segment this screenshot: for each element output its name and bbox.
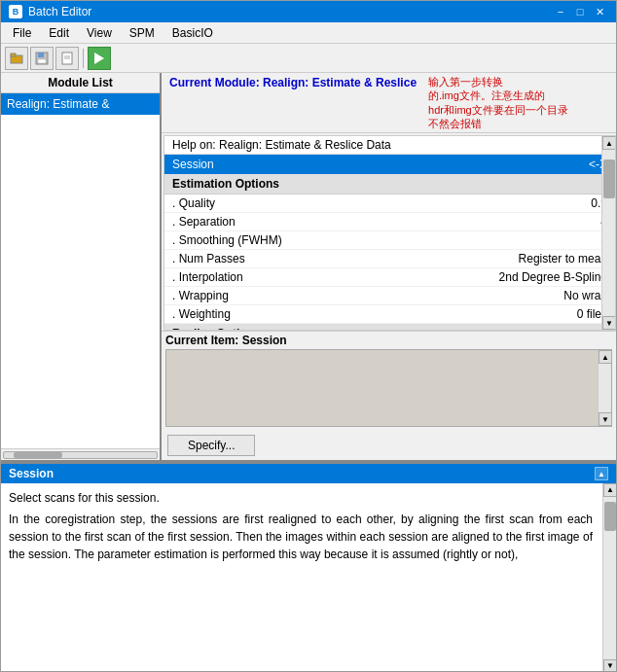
bottom-scroll-up-button[interactable]: ▲ — [595, 467, 608, 480]
bottom-scrollbar[interactable]: ▲ ▼ — [602, 483, 616, 672]
module-list-panel: Module List Realign: Estimate & — [1, 73, 162, 460]
annotation-line3: hdr和img文件要在同一个目录 — [428, 103, 612, 117]
tree-row-interpolation-est[interactable]: . Interpolation 2nd Degree B-Spline — [164, 268, 615, 287]
toolbar-new-button[interactable] — [55, 47, 79, 70]
scroll-up-button[interactable]: ▲ — [602, 136, 616, 150]
bottom-header: Session ▲ — [1, 464, 616, 483]
minimize-button[interactable]: − — [552, 4, 569, 19]
module-list-header: Module List — [1, 73, 160, 93]
window-title: Batch Editor — [28, 5, 91, 18]
save-icon — [35, 52, 49, 65]
top-section: Module List Realign: Estimate & Current … — [1, 73, 616, 462]
row-label-interpolation-est: . Interpolation — [172, 270, 243, 284]
bottom-vscroll-up[interactable]: ▲ — [603, 483, 616, 497]
estimation-section-header: Estimation Options — [164, 174, 615, 195]
bottom-vscroll-down[interactable]: ▼ — [603, 659, 616, 672]
bottom-header-title: Session — [9, 467, 54, 480]
module-header-row: Current Module: Realign: Estimate & Resl… — [162, 73, 616, 133]
module-list-item[interactable]: Realign: Estimate & — [1, 93, 160, 115]
svg-rect-1 — [11, 53, 16, 56]
svg-rect-4 — [38, 59, 46, 63]
new-icon — [60, 52, 74, 65]
annotation-line2: 的.img文件。注意生成的 — [428, 88, 612, 102]
maximize-button[interactable]: □ — [571, 4, 589, 19]
bottom-section: Session ▲ Select scans for this session.… — [1, 462, 616, 672]
scroll-down-button[interactable]: ▼ — [602, 316, 616, 330]
selected-item-label: Session — [172, 158, 214, 171]
scroll-thumb — [603, 159, 615, 198]
tree-help-row: Help on: Realign: Estimate & Reslice Dat… — [164, 136, 615, 155]
run-icon — [94, 53, 104, 64]
specify-row: Specify... — [162, 431, 616, 460]
row-label-separation: . Separation — [172, 215, 236, 229]
row-value-interpolation-est: 2nd Degree B-Spline — [499, 270, 607, 284]
reslice-section-header: Reslice Options — [164, 324, 615, 331]
ci-scroll-track[interactable] — [599, 364, 611, 412]
main-content: Module List Realign: Estimate & Current … — [1, 73, 616, 672]
toolbar-open-button[interactable] — [5, 47, 28, 70]
title-bar: B Batch Editor − □ ✕ — [1, 1, 616, 22]
current-item-panel: Current Item: Session ▲ ▼ — [162, 331, 616, 431]
svg-marker-8 — [94, 53, 104, 64]
toolbar-separator — [83, 49, 84, 68]
bottom-content-text: Select scans for this session. In the co… — [9, 489, 593, 563]
close-button[interactable]: ✕ — [591, 4, 608, 19]
module-list-scrollbar[interactable] — [1, 448, 160, 460]
tree-panel[interactable]: Help on: Realign: Estimate & Reslice Dat… — [163, 135, 616, 331]
app-icon: B — [9, 5, 22, 18]
menu-spm[interactable]: SPM — [122, 24, 163, 42]
row-label-wrapping: . Wrapping — [172, 289, 229, 302]
annotation-line4: 不然会报错 — [428, 117, 612, 130]
specify-button[interactable]: Specify... — [167, 435, 255, 456]
menu-view[interactable]: View — [79, 24, 120, 42]
tree-row-separation[interactable]: . Separation 4 — [164, 213, 615, 231]
bottom-content: Select scans for this session. In the co… — [1, 483, 616, 672]
current-item-content: ▲ ▼ — [165, 349, 612, 427]
row-label-weighting: . Weighting — [172, 307, 231, 321]
row-label-quality: . Quality — [172, 196, 215, 210]
menu-bar: File Edit View SPM BasicIO — [1, 22, 616, 44]
annotation-line1: 输入第一步转换 — [428, 75, 612, 88]
bottom-vscroll-thumb — [604, 502, 616, 531]
tree-row-quality[interactable]: . Quality 0.9 — [164, 195, 615, 213]
menu-edit[interactable]: Edit — [41, 24, 77, 42]
tree-row-weighting[interactable]: . Weighting 0 files — [164, 305, 615, 324]
toolbar — [1, 44, 616, 73]
row-label-smoothing: . Smoothing (FWHM) — [172, 233, 282, 247]
tree-row-smoothing[interactable]: . Smoothing (FWHM) 5 — [164, 231, 615, 250]
current-item-scrollbar[interactable]: ▲ ▼ — [598, 350, 611, 426]
annotation-box: 输入第一步转换 的.img文件。注意生成的 hdr和img文件要在同一个目录 不… — [424, 73, 616, 132]
row-label-numpasses: . Num Passes — [172, 252, 245, 265]
module-list-body[interactable]: Realign: Estimate & — [1, 93, 160, 448]
bottom-line2: In the coregistration step, the sessions… — [9, 511, 593, 563]
h-scroll-thumb — [14, 452, 62, 458]
bottom-line1: Select scans for this session. — [9, 489, 593, 507]
right-panel: Current Module: Realign: Estimate & Resl… — [162, 73, 616, 460]
row-value-numpasses: Register to mean — [519, 252, 607, 265]
ci-scroll-down-button[interactable]: ▼ — [599, 412, 612, 426]
toolbar-run-button[interactable] — [88, 47, 111, 70]
menu-file[interactable]: File — [5, 24, 39, 42]
tree-row-numpasses[interactable]: . Num Passes Register to mean — [164, 250, 615, 268]
tree-scrollbar[interactable]: ▲ ▼ — [601, 136, 615, 330]
current-item-header: Current Item: Session — [165, 334, 612, 347]
window-controls: − □ ✕ — [552, 4, 608, 19]
h-scroll-track[interactable] — [3, 451, 158, 459]
svg-rect-3 — [38, 53, 44, 57]
menu-basicio[interactable]: BasicIO — [164, 24, 221, 42]
scroll-track[interactable] — [602, 150, 615, 316]
bottom-vscroll-track[interactable] — [603, 497, 616, 659]
toolbar-save-button[interactable] — [30, 47, 54, 70]
folder-open-icon — [10, 52, 23, 65]
tree-selected-row[interactable]: Session <-X — [164, 155, 615, 174]
ci-scroll-up-button[interactable]: ▲ — [599, 350, 612, 364]
module-header: Current Module: Realign: Estimate & Resl… — [162, 73, 424, 92]
tree-row-wrapping[interactable]: . Wrapping No wrap — [164, 287, 615, 305]
